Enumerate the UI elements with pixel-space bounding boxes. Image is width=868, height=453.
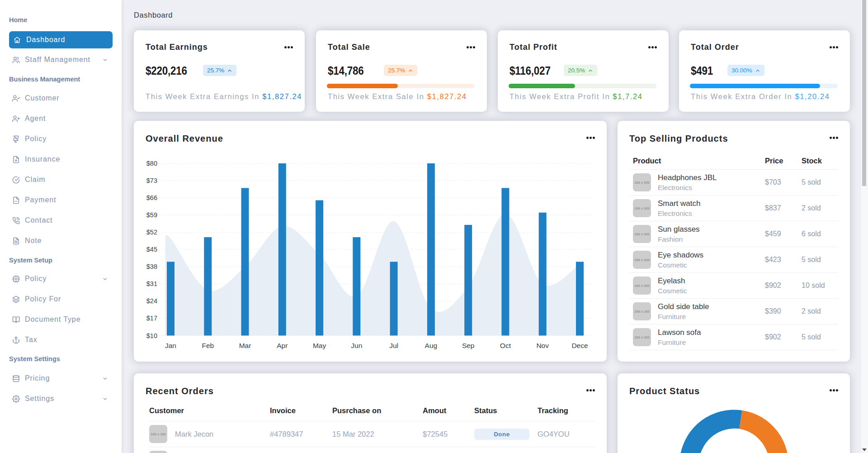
svg-text:$31: $31 [146,280,157,287]
svg-text:Jun: Jun [351,342,362,349]
svg-text:Sep: Sep [462,342,475,349]
svg-text:$38: $38 [146,263,157,270]
svg-text:$24: $24 [146,297,157,305]
svg-text:Jan: Jan [165,342,176,349]
svg-text:Mar: Mar [239,342,251,349]
svg-text:Dece: Dece [571,342,588,349]
svg-text:$59: $59 [146,211,157,219]
svg-text:Oct: Oct [500,342,511,349]
svg-text:Aug: Aug [425,342,438,349]
svg-text:$80: $80 [146,160,157,167]
svg-text:$10: $10 [146,332,157,339]
svg-text:May: May [313,342,326,349]
svg-text:$66: $66 [146,194,157,201]
svg-text:$17: $17 [146,315,157,322]
svg-text:Nov: Nov [536,342,549,349]
svg-text:$52: $52 [146,229,157,236]
svg-text:Apr: Apr [277,342,288,349]
svg-text:$73: $73 [146,177,157,184]
svg-text:$45: $45 [146,246,157,253]
svg-text:Feb: Feb [202,342,214,349]
svg-text:Jul: Jul [389,342,398,349]
